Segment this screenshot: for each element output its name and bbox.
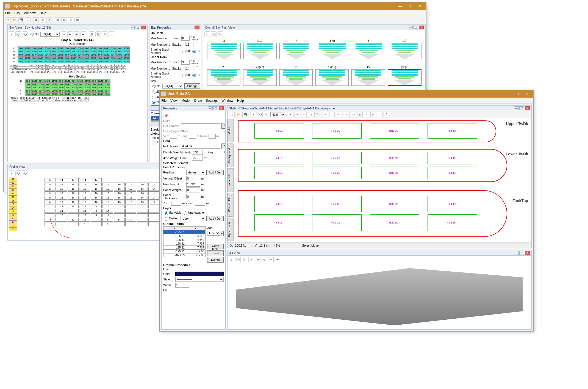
zoom-in-icon[interactable]: 🔍+ <box>235 257 241 262</box>
max-stacks-deck-input[interactable] <box>185 42 193 47</box>
refresh-icon[interactable]: ♻ <box>33 17 39 23</box>
overall-bay-cell[interactable]: 9(10) <box>243 43 277 59</box>
save-icon[interactable]: 💾 <box>18 17 24 23</box>
pushpin-icon[interactable]: 📌 <box>163 113 169 118</box>
zoom-fit-icon[interactable]: ⤢ <box>251 112 256 117</box>
vtab-model[interactable]: Model <box>228 119 234 142</box>
zoom-in-icon[interactable]: 🔍+ <box>257 112 263 117</box>
3d-render[interactable] <box>230 265 529 327</box>
stowable-radio[interactable] <box>165 211 168 215</box>
panel-close-icon[interactable]: ✕ <box>195 26 199 29</box>
zoom-out-icon[interactable]: 🔍- <box>218 31 223 37</box>
tool2-icon[interactable]: ▤ <box>95 31 101 37</box>
zoom-in-icon[interactable]: 🔍+ <box>15 31 21 37</box>
eye-icon[interactable]: 👁 <box>275 257 280 262</box>
distrib-input[interactable] <box>192 150 203 155</box>
3d-home-icon[interactable]: ⌂ <box>229 257 234 262</box>
width-input[interactable] <box>175 283 189 288</box>
undo-icon[interactable]: ↶ <box>288 112 293 117</box>
20ft-radio[interactable] <box>152 90 156 94</box>
overall-bay-cell[interactable]: 7 <box>279 43 313 59</box>
table-row[interactable]: -125.21-7.737 <box>163 246 206 250</box>
table-row[interactable]: -125.210.75 <box>163 230 206 234</box>
pweight-input[interactable] <box>186 187 200 192</box>
nav-first-icon[interactable]: ⏮ <box>61 31 66 37</box>
panel-min-icon[interactable]: — <box>408 26 413 29</box>
mirror-v-icon[interactable]: ⇕ <box>329 112 335 117</box>
menu-file[interactable]: File <box>5 11 10 15</box>
tool4-icon[interactable]: … <box>109 31 114 37</box>
overall-bay-cell[interactable]: 23 <box>207 69 240 86</box>
nav-last-icon[interactable]: ⏭ <box>81 31 86 37</box>
voffset-input[interactable] <box>186 176 200 181</box>
overall-bay-cell[interactable]: 15 <box>351 69 385 86</box>
color-swatch[interactable] <box>175 272 224 276</box>
maximize-button[interactable]: ▢ <box>512 91 522 96</box>
vtab-upper twdk[interactable]: Upper TwDk <box>228 218 234 241</box>
menu-draw[interactable]: Draw <box>194 99 202 103</box>
start-01-deck-radio[interactable] <box>192 50 196 53</box>
40ft-radio[interactable] <box>152 96 156 99</box>
new-icon[interactable]: □ <box>229 112 235 117</box>
validate-icon[interactable]: ✔ <box>46 17 52 23</box>
sme-titlebar[interactable]: Ship Model Editor - C:\ProgramData\AMT M… <box>4 2 426 10</box>
change-button[interactable]: Change <box>184 83 200 89</box>
rect-icon[interactable]: ▭ <box>351 112 356 117</box>
vtab-weather dk[interactable]: Weather Dk <box>228 193 234 217</box>
unstowable-radio[interactable] <box>184 211 187 215</box>
overall-bay-cell[interactable]: 3 <box>352 43 385 59</box>
position-select[interactable]: default <box>186 170 205 175</box>
table-row[interactable]: -125.21-12.05 <box>163 250 206 253</box>
new-icon[interactable]: □ <box>5 17 11 23</box>
freeh-input[interactable] <box>186 182 200 187</box>
table-row[interactable]: -126.41-4.642 <box>163 238 206 242</box>
axle-input[interactable] <box>192 156 203 161</box>
menu-help[interactable]: Help <box>40 11 46 15</box>
saveas-icon[interactable]: ⤓ <box>25 17 30 23</box>
table-row[interactable]: -87.285-12.05 <box>163 253 206 257</box>
menu-bay[interactable]: Bay <box>14 11 20 15</box>
layer-select[interactable]: User <box>181 216 205 221</box>
hold-name-input[interactable] <box>181 144 220 149</box>
paste-icon[interactable]: 📋 <box>314 112 320 117</box>
insert-button[interactable]: Insert <box>207 250 224 256</box>
panel-max-icon[interactable]: ▢ <box>135 26 140 29</box>
arrow-icon[interactable]: → <box>377 112 382 117</box>
zoom-fit-icon[interactable]: ⤢ <box>204 31 210 37</box>
cut-icon[interactable]: ✂ <box>301 112 307 117</box>
pointer-icon[interactable]: ↖ <box>344 112 350 117</box>
open-icon[interactable]: 📂 <box>12 17 17 23</box>
layout3-icon[interactable]: ▥ <box>68 17 73 23</box>
panel-close-icon[interactable]: ✕ <box>141 26 146 29</box>
mirror-h-icon[interactable]: ⇿ <box>323 112 328 117</box>
layer-adddel-button[interactable]: Add / Del <box>206 216 224 221</box>
style-select[interactable]: ─────── <box>175 277 224 282</box>
zoom-out-icon[interactable]: 🔍- <box>242 257 247 262</box>
rect2-icon[interactable]: ▯ <box>357 112 363 117</box>
2040ft-radio[interactable] <box>152 101 156 104</box>
zoom-out-icon[interactable]: 🔍- <box>22 170 27 176</box>
close-button[interactable]: ✕ <box>415 4 425 9</box>
line-icon[interactable]: ╱ <box>364 112 369 117</box>
menu-window[interactable]: Window <box>221 99 233 103</box>
panel-min-icon[interactable]: — <box>514 106 519 110</box>
panel-max-icon[interactable]: ▢ <box>413 26 418 29</box>
menu-file[interactable]: File <box>161 99 167 103</box>
zoom-out-icon[interactable]: 🔍- <box>22 31 27 37</box>
minimize-button[interactable]: — <box>395 4 405 9</box>
panel-close-icon[interactable]: ✕ <box>525 251 530 255</box>
zoom-in-icon[interactable]: 🔍+ <box>15 170 21 176</box>
panel-close-icon[interactable]: ✕ <box>219 106 224 110</box>
add-point-button[interactable]: ▾ <box>220 231 224 236</box>
overall-bay-cell[interactable]: 17(18) <box>315 69 349 86</box>
layout2-icon[interactable]: ▤ <box>61 17 67 23</box>
rotate-icon[interactable]: ⟳ <box>336 112 341 117</box>
menu-help[interactable]: Help <box>237 99 244 103</box>
panel-max-icon[interactable]: ▢ <box>519 106 524 110</box>
hold-adddel-button[interactable]: Add / Del <box>221 144 225 149</box>
redo-icon[interactable]: ↷ <box>295 112 300 117</box>
overall-bay-cell[interactable]: 19 <box>279 69 313 86</box>
nav-next-icon[interactable]: ▶ <box>74 31 79 37</box>
menu-model[interactable]: Model <box>181 99 190 103</box>
bay-no-select[interactable]: 13(14) <box>162 84 183 89</box>
